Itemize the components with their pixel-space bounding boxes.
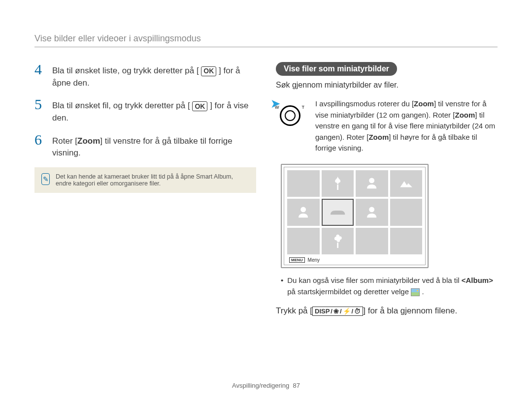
timer-icon: ⏱ bbox=[354, 308, 361, 315]
macro-icon: ❀ bbox=[333, 308, 339, 315]
dial-w-label: W bbox=[275, 104, 279, 111]
breadcrumb: Vise bilder eller videoer i avspillingsm… bbox=[34, 33, 498, 47]
bullet-note: • Du kan også vise filer som miniatyrbil… bbox=[281, 275, 498, 297]
album-app-icon bbox=[411, 288, 420, 296]
left-column: 4 Bla til ønsket liste, og trykk derette… bbox=[34, 62, 256, 316]
thumb-person-icon bbox=[356, 170, 388, 197]
section-pill: Vise filer som miniatyrbilder bbox=[276, 62, 397, 76]
t: ] for å bla gjennom filene. bbox=[363, 306, 457, 315]
thumb bbox=[390, 199, 423, 226]
step-text-pre: Bla til ønsket fil, og trykk deretter på… bbox=[52, 101, 190, 110]
zoom-bold: Zoom bbox=[368, 133, 389, 141]
bullet-icon: • bbox=[281, 275, 283, 297]
note-text: Det kan hende at kameraet bruker litt ti… bbox=[56, 173, 249, 187]
thumb bbox=[356, 228, 388, 255]
dial-t-label: T bbox=[302, 104, 305, 111]
thumb bbox=[287, 170, 320, 197]
section-subtext: Søk gjennom miniatyrbilder av filer. bbox=[276, 81, 498, 90]
step-5: 5 Bla til ønsket fil, og trykk deretter … bbox=[34, 97, 256, 124]
zoom-bold: Zoom bbox=[414, 99, 434, 108]
step-number: 4 bbox=[34, 62, 45, 77]
zoom-dial-diagram: ➤ W T bbox=[276, 98, 305, 128]
thumbnail-screen: MENU Meny bbox=[281, 164, 429, 269]
thumb-selected-car-icon bbox=[322, 199, 354, 226]
step-number: 6 bbox=[34, 132, 45, 147]
footer-section: Avspilling/redigering bbox=[232, 382, 289, 389]
step-4: 4 Bla til ønsket liste, og trykk derette… bbox=[34, 62, 256, 89]
page-footer: Avspilling/redigering 87 bbox=[0, 382, 532, 389]
step-6: 6 Roter [Zoom] til venstre for å gå tilb… bbox=[34, 132, 256, 159]
t: . bbox=[420, 287, 424, 296]
menu-label: Meny bbox=[308, 257, 320, 263]
thumb-flower-icon bbox=[322, 228, 354, 255]
step-number: 5 bbox=[34, 97, 45, 112]
t: Trykk på [ bbox=[276, 306, 312, 315]
disp-button-glyph: DISP/❀/⚡/⏱ bbox=[312, 307, 363, 316]
thumb bbox=[287, 228, 320, 255]
footer-page-number: 87 bbox=[293, 382, 299, 389]
step-text-pre: Bla til ønsket liste, og trykk deretter … bbox=[52, 66, 199, 75]
zoom-instruction-row: ➤ W T I avspillingsmodus roterer du [Zoo… bbox=[276, 98, 498, 154]
navigation-instruction: Trykk på [ DISP/❀/⚡/⏱ ] for å bla gjenno… bbox=[276, 306, 498, 316]
right-column: Vise filer som miniatyrbilder Søk gjenno… bbox=[276, 62, 498, 316]
flash-icon: ⚡ bbox=[343, 308, 351, 315]
thumb-palm-icon bbox=[322, 170, 354, 197]
zoom-instruction-text: I avspillingsmodus roterer du [Zoom] til… bbox=[315, 98, 498, 154]
menu-bar: MENU Meny bbox=[287, 254, 422, 265]
zoom-bold: Zoom bbox=[455, 111, 475, 119]
note-box: ✎ Det kan hende at kameraet bruker litt … bbox=[34, 167, 256, 193]
thumb-person-icon bbox=[287, 199, 320, 226]
menu-button-glyph: MENU bbox=[289, 257, 305, 263]
disp-label: DISP bbox=[315, 308, 330, 315]
album-bold: <Album> bbox=[462, 276, 493, 284]
ok-button-glyph: OK bbox=[192, 101, 207, 111]
thumb bbox=[390, 228, 423, 255]
sep: / bbox=[331, 308, 332, 315]
step-text-pre: Roter [ bbox=[52, 136, 77, 146]
thumb-mountain-icon bbox=[390, 170, 423, 197]
t: I avspillingsmodus roterer du [ bbox=[315, 99, 414, 108]
t: Du kan også vise filer som miniatyrbilde… bbox=[287, 276, 461, 284]
note-icon: ✎ bbox=[41, 173, 50, 185]
zoom-bold: Zoom bbox=[77, 136, 100, 146]
ok-button-glyph: OK bbox=[201, 66, 216, 76]
thumb-person-icon bbox=[356, 199, 388, 226]
thumbnail-grid bbox=[287, 170, 422, 255]
sep: / bbox=[352, 308, 354, 315]
t: på startskjermbildet og deretter velge bbox=[287, 287, 411, 296]
dial-icon bbox=[280, 105, 300, 126]
sep: / bbox=[340, 308, 342, 315]
